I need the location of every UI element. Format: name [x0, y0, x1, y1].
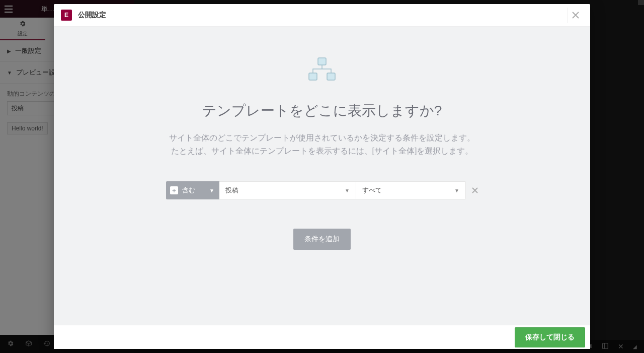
close-icon: [572, 12, 579, 19]
select-value: 投稿: [225, 186, 238, 195]
save-and-close-button[interactable]: 保存して閉じる: [515, 327, 585, 347]
svg-rect-1: [318, 58, 326, 65]
description-line: たとえば、サイト全体にテンプレートを表示するには、[サイト全体]を選択します。: [169, 145, 475, 158]
description-line: サイト全体のどこでテンプレートが使用されているかを決定する条件を設定します。: [169, 131, 475, 145]
caret-down-icon: ▼: [209, 188, 214, 193]
remove-condition-button[interactable]: [472, 185, 478, 196]
elementor-logo-icon: E: [61, 10, 72, 21]
condition-row: ＋ 含む ▼ 投稿 ▼ すべて ▼: [166, 181, 478, 199]
modal-heading: テンプレートをどこに表示しますか?: [202, 101, 442, 120]
caret-down-icon: ▼: [454, 188, 459, 193]
condition-type-select[interactable]: 投稿 ▼: [219, 181, 356, 199]
condition-include-select[interactable]: ＋ 含む ▼: [166, 181, 219, 199]
add-condition-button[interactable]: 条件を追加: [293, 229, 351, 250]
plus-icon: ＋: [170, 186, 178, 194]
sitemap-icon: [307, 57, 337, 82]
modal-title: 公開設定: [78, 11, 106, 20]
modal-overlay: E 公開設定 テンプレートをどこに表示しますか? サイト全体のどこでテンプレート…: [0, 0, 644, 353]
svg-rect-2: [309, 73, 317, 80]
modal-header: E 公開設定: [54, 4, 590, 27]
modal-footer: 保存して閉じる: [54, 325, 590, 349]
svg-rect-3: [327, 73, 335, 80]
modal-description: サイト全体のどこでテンプレートが使用されているかを決定する条件を設定します。 た…: [169, 131, 475, 157]
caret-down-icon: ▼: [345, 188, 350, 193]
condition-scope-select[interactable]: すべて ▼: [356, 181, 466, 199]
publish-settings-modal: E 公開設定 テンプレートをどこに表示しますか? サイト全体のどこでテンプレート…: [54, 4, 590, 349]
include-label: 含む: [182, 186, 195, 195]
select-value: すべて: [362, 186, 382, 195]
modal-body: テンプレートをどこに表示しますか? サイト全体のどこでテンプレートが使用されてい…: [54, 27, 590, 325]
close-icon: [472, 187, 478, 193]
modal-close-button[interactable]: [568, 8, 583, 23]
